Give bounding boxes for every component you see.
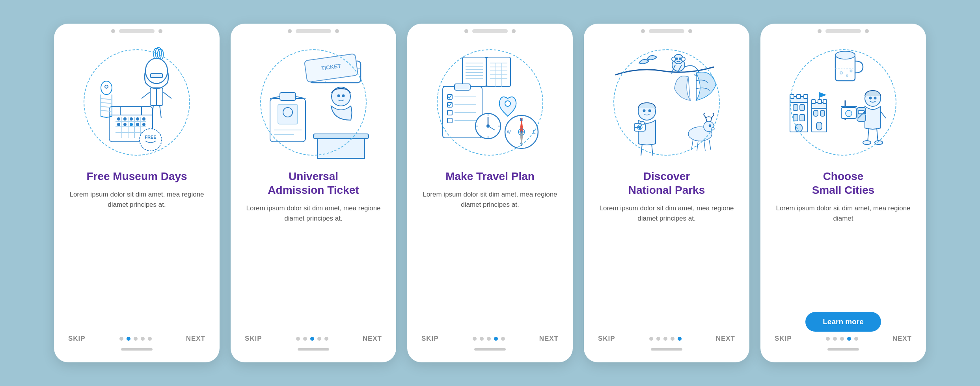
top-dot-3 bbox=[288, 29, 292, 33]
top-bar-line-1 bbox=[119, 29, 155, 33]
nav-5: SKIP NEXT bbox=[760, 335, 926, 343]
phone-screen-3: N S W E Make Travel Plan Lorem ipsum dol… bbox=[407, 24, 573, 362]
title-2: UniversalAdmission Ticket bbox=[256, 169, 371, 197]
title-3: Make Travel Plan bbox=[434, 169, 546, 183]
dot-2-5 bbox=[324, 337, 328, 341]
svg-line-126 bbox=[709, 140, 711, 150]
dot-4-4 bbox=[671, 337, 674, 341]
illustration-museum: FREE bbox=[54, 35, 220, 169]
skip-btn-4[interactable]: SKIP bbox=[598, 335, 615, 343]
bottom-bar-5 bbox=[827, 348, 859, 351]
dot-3-2 bbox=[480, 337, 484, 341]
screens-container: FREE Free Museum Days Lorem ipsum bbox=[30, 8, 950, 378]
illustration-parks bbox=[584, 35, 749, 169]
dot-3-4 bbox=[494, 337, 498, 341]
dot-5-3 bbox=[840, 337, 844, 341]
svg-line-125 bbox=[704, 141, 705, 151]
dot-2-3 bbox=[310, 337, 314, 341]
dashed-circle-2 bbox=[260, 49, 367, 156]
top-bar-3 bbox=[407, 24, 573, 35]
dot-4-2 bbox=[656, 337, 660, 341]
dot-4-3 bbox=[663, 337, 667, 341]
body-4: Lorem ipsum dolor sit dim amet, mea regi… bbox=[584, 203, 749, 335]
dashed-circle-4 bbox=[613, 49, 720, 156]
top-dot-7 bbox=[641, 29, 645, 33]
top-bar-4 bbox=[584, 24, 749, 35]
title-5: ChooseSmall Cities bbox=[800, 169, 887, 197]
next-btn-3[interactable]: NEXT bbox=[539, 335, 559, 343]
nav-4: SKIP NEXT bbox=[584, 335, 749, 343]
nav-dots-2 bbox=[296, 337, 328, 341]
body-5: Lorem ipsum dolor sit dim amet, mea regi… bbox=[760, 203, 926, 308]
illustration-ticket: TICKET TICKET bbox=[231, 35, 396, 169]
dot-1-1 bbox=[119, 337, 123, 341]
nav-3: SKIP NEXT bbox=[407, 335, 573, 343]
nav-dots-3 bbox=[473, 337, 505, 341]
dot-2-1 bbox=[296, 337, 300, 341]
next-btn-1[interactable]: NEXT bbox=[186, 335, 205, 343]
top-dot-5 bbox=[464, 29, 468, 33]
dot-3-5 bbox=[501, 337, 505, 341]
body-1: Lorem ipsum dolor sit dim amet, mea regi… bbox=[54, 189, 220, 335]
next-btn-2[interactable]: NEXT bbox=[363, 335, 382, 343]
top-dot-4 bbox=[335, 29, 339, 33]
body-2: Lorem ipsum dolor sit dim amet, mea regi… bbox=[231, 203, 396, 335]
top-dot-1 bbox=[111, 29, 115, 33]
dot-4-1 bbox=[649, 337, 653, 341]
nav-1: SKIP NEXT bbox=[54, 335, 220, 343]
nav-dots-1 bbox=[119, 337, 152, 341]
phone-screen-2: TICKET TICKET bbox=[231, 24, 396, 362]
dot-5-5 bbox=[854, 337, 858, 341]
nav-dots-5 bbox=[826, 337, 858, 341]
illustration-cities bbox=[760, 35, 926, 169]
next-btn-5[interactable]: NEXT bbox=[892, 335, 912, 343]
top-bar-line-3 bbox=[472, 29, 508, 33]
learn-more-button[interactable]: Learn more bbox=[805, 312, 881, 332]
dot-5-1 bbox=[826, 337, 830, 341]
nav-2: SKIP NEXT bbox=[231, 335, 396, 343]
dot-1-2 bbox=[127, 337, 130, 341]
dot-1-4 bbox=[141, 337, 145, 341]
skip-btn-2[interactable]: SKIP bbox=[245, 335, 262, 343]
dot-1-3 bbox=[134, 337, 138, 341]
top-dot-2 bbox=[158, 29, 162, 33]
dashed-circle-3 bbox=[437, 49, 543, 156]
skip-btn-1[interactable]: SKIP bbox=[68, 335, 86, 343]
phone-screen-4: DiscoverNational Parks Lorem ipsum dolor… bbox=[584, 24, 749, 362]
top-dot-6 bbox=[512, 29, 516, 33]
dot-1-5 bbox=[148, 337, 152, 341]
top-bar-1 bbox=[54, 24, 220, 35]
nav-dots-4 bbox=[649, 337, 682, 341]
skip-btn-5[interactable]: SKIP bbox=[775, 335, 792, 343]
dot-5-4 bbox=[847, 337, 851, 341]
top-dot-8 bbox=[688, 29, 692, 33]
next-btn-4[interactable]: NEXT bbox=[716, 335, 735, 343]
bottom-bar-3 bbox=[474, 348, 506, 351]
phone-screen-1: FREE Free Museum Days Lorem ipsum bbox=[54, 24, 220, 362]
bottom-bar-2 bbox=[298, 348, 329, 351]
title-1: Free Museum Days bbox=[75, 169, 199, 183]
bottom-bar-1 bbox=[121, 348, 153, 351]
top-bar-5 bbox=[760, 24, 926, 35]
top-dot-10 bbox=[865, 29, 869, 33]
bottom-bar-4 bbox=[651, 348, 682, 351]
top-bar-line-5 bbox=[825, 29, 861, 33]
top-bar-2 bbox=[231, 24, 396, 35]
top-bar-line-4 bbox=[649, 29, 684, 33]
illustration-travel: N S W E bbox=[407, 35, 573, 169]
dot-2-4 bbox=[317, 337, 321, 341]
top-dot-9 bbox=[818, 29, 822, 33]
phone-screen-5: ChooseSmall Cities Lorem ipsum dolor sit… bbox=[760, 24, 926, 362]
dot-3-3 bbox=[487, 337, 491, 341]
dashed-circle-1 bbox=[84, 49, 190, 156]
title-4: DiscoverNational Parks bbox=[617, 169, 717, 197]
dot-3-1 bbox=[473, 337, 477, 341]
dashed-circle-5 bbox=[790, 49, 896, 156]
skip-btn-3[interactable]: SKIP bbox=[421, 335, 439, 343]
dot-4-5 bbox=[678, 337, 682, 341]
body-3: Lorem ipsum dolor sit dim amet, mea regi… bbox=[407, 189, 573, 335]
top-bar-line-2 bbox=[296, 29, 331, 33]
dot-5-2 bbox=[833, 337, 837, 341]
dot-2-2 bbox=[303, 337, 307, 341]
